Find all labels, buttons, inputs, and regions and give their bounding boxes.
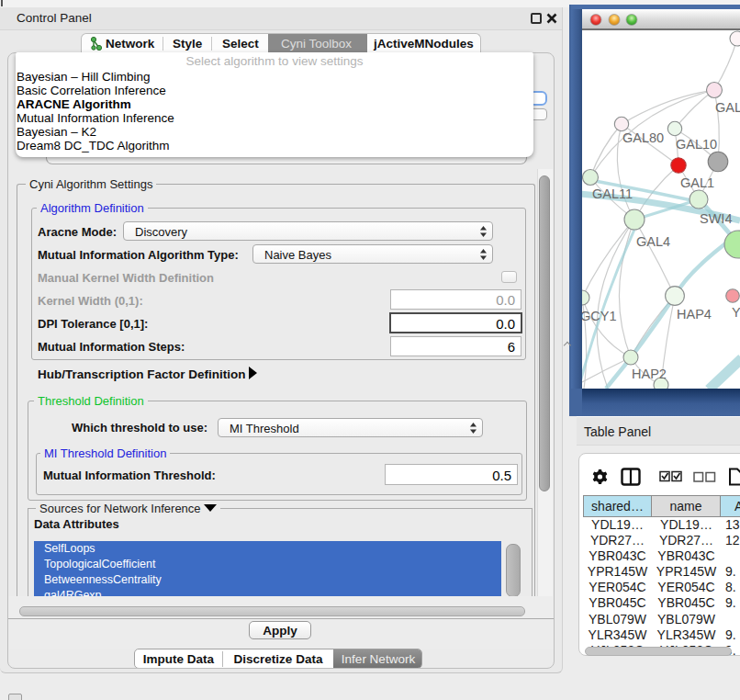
svg-text:SWI4: SWI4 xyxy=(700,211,732,226)
svg-text:GCY1: GCY1 xyxy=(582,309,617,323)
svg-text:HAP2: HAP2 xyxy=(632,367,667,381)
svg-text:GAL1: GAL1 xyxy=(680,175,714,190)
svg-text:Y: Y xyxy=(732,305,740,320)
svg-text:GAL4: GAL4 xyxy=(636,234,670,249)
svg-text:GAL80: GAL80 xyxy=(622,130,664,145)
svg-text:GAL2: GAL2 xyxy=(715,100,740,115)
svg-text:HAP4: HAP4 xyxy=(677,307,712,322)
svg-text:GAL10: GAL10 xyxy=(676,137,717,152)
svg-text:GAL11: GAL11 xyxy=(592,186,633,201)
